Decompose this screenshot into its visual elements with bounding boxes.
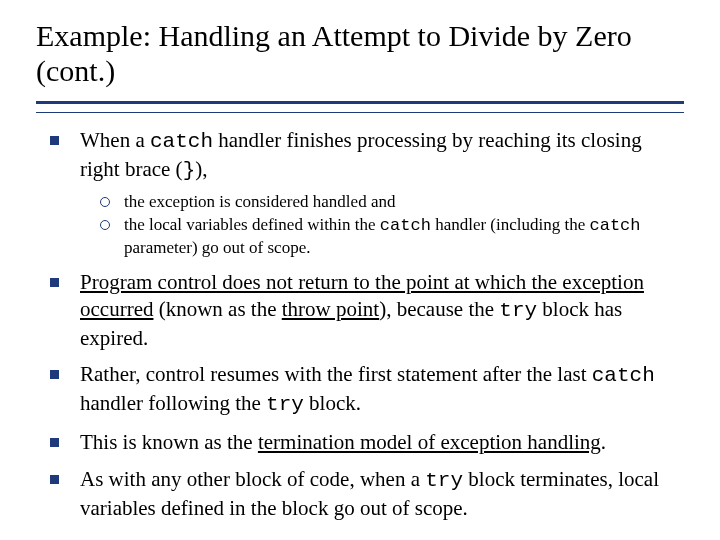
text: When a: [80, 128, 150, 152]
title-rule-thin: [36, 112, 684, 113]
text: Rather, control resumes with the first s…: [80, 362, 592, 386]
sub-bullet-1: the exception is considered handled and: [94, 191, 680, 213]
text: handler following the: [80, 391, 266, 415]
text: handler (including the: [431, 215, 590, 234]
code: catch: [592, 364, 655, 387]
text: (known as the: [153, 297, 281, 321]
text: block.: [304, 391, 361, 415]
underlined-text: throw point: [282, 297, 379, 321]
code: try: [425, 469, 463, 492]
bullet-4: This is known as the termination model o…: [46, 429, 680, 456]
underlined-text: termination model of exception handling: [258, 430, 601, 454]
code: try: [266, 393, 304, 416]
text: ), because the: [379, 297, 499, 321]
text: ),: [195, 157, 207, 181]
text: the exception is considered handled and: [124, 192, 395, 211]
text: As with any other block of code, when a: [80, 467, 425, 491]
bullet-5: As with any other block of code, when a …: [46, 466, 680, 522]
code: catch: [150, 130, 213, 153]
bullet-1: When a catch handler finishes processing…: [46, 127, 680, 259]
slide: Example: Handling an Attempt to Divide b…: [0, 0, 720, 540]
text: the local variables defined within the: [124, 215, 380, 234]
sub-bullet-2: the local variables defined within the c…: [94, 214, 680, 259]
bullet-list: When a catch handler finishes processing…: [36, 127, 684, 522]
code: }: [183, 159, 196, 182]
code: try: [499, 299, 537, 322]
text: .: [601, 430, 606, 454]
bullet-2: Program control does not return to the p…: [46, 269, 680, 352]
sub-bullet-list: the exception is considered handled and …: [80, 191, 680, 259]
text: parameter) go out of scope.: [124, 238, 310, 257]
text: This is known as the: [80, 430, 258, 454]
slide-title: Example: Handling an Attempt to Divide b…: [36, 18, 684, 89]
code: catch: [590, 216, 641, 235]
code: catch: [380, 216, 431, 235]
title-rule-thick: [36, 101, 684, 104]
bullet-3: Rather, control resumes with the first s…: [46, 361, 680, 419]
